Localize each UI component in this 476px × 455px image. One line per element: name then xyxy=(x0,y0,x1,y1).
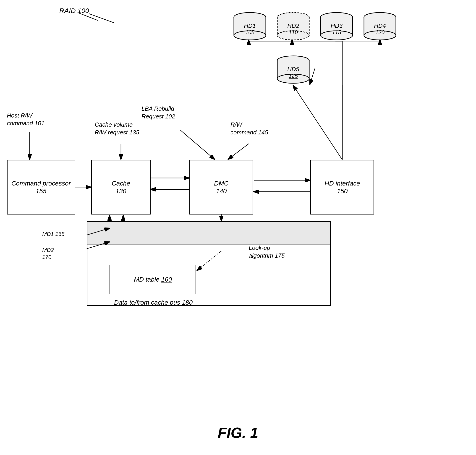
cache-label: Cache xyxy=(112,179,130,187)
hd-interface-box: HD interface 150 xyxy=(310,160,374,214)
md-table-number: 160 xyxy=(161,276,172,283)
cache-box: Cache 130 xyxy=(91,160,151,214)
svg-text:120: 120 xyxy=(375,29,385,35)
hd-interface-number: 150 xyxy=(337,187,348,195)
svg-text:HD3: HD3 xyxy=(331,22,343,29)
lba-rebuild-label: LBA RebuildRequest 102 xyxy=(141,105,187,121)
svg-line-45 xyxy=(228,144,249,159)
hd3: HD3 115 xyxy=(319,11,354,41)
svg-text:HD2: HD2 xyxy=(287,22,299,29)
md-table-label: MD table xyxy=(134,276,161,284)
svg-text:125: 125 xyxy=(289,73,298,79)
md1-label: MD1 165 xyxy=(42,230,64,237)
command-processor-box: Command processor 155 xyxy=(7,160,75,214)
bus-row-1 xyxy=(87,222,330,245)
data-bus-label: Data to/from cache bus 180 xyxy=(114,299,193,306)
dmc-number: 140 xyxy=(216,187,227,195)
svg-text:105: 105 xyxy=(245,29,255,35)
svg-line-52 xyxy=(293,86,342,160)
svg-line-40 xyxy=(89,14,114,23)
hd1: HD1 105 xyxy=(233,11,267,41)
cache-number: 130 xyxy=(116,187,126,195)
hd4: HD4 120 xyxy=(363,11,397,41)
svg-line-51 xyxy=(310,68,315,84)
dmc-label: DMC xyxy=(214,179,229,187)
svg-text:115: 115 xyxy=(332,29,341,35)
md-table-box: MD table 160 xyxy=(110,265,196,294)
rw-command-label: R/Wcommand 145 xyxy=(230,121,276,137)
svg-line-43 xyxy=(180,130,215,159)
svg-text:HD4: HD4 xyxy=(374,22,386,29)
svg-text:HD5: HD5 xyxy=(287,66,299,73)
host-rw-label: Host R/W command 101 xyxy=(7,112,48,127)
cache-volume-label: Cache volumeR/W request 135 xyxy=(95,121,145,137)
svg-text:HD1: HD1 xyxy=(244,22,256,29)
figure-title: FIG. 1 xyxy=(218,424,258,441)
hd-interface-label: HD interface xyxy=(324,179,360,187)
command-processor-number: 155 xyxy=(36,187,47,195)
svg-text:110: 110 xyxy=(289,29,298,35)
command-processor-label: Command processor xyxy=(11,179,71,187)
hd5: HD5 125 xyxy=(276,55,310,84)
hd2: HD2 110 xyxy=(276,11,310,41)
diagram: RAID 100 HD1 105 HD2 110 xyxy=(0,0,476,455)
raid-label: RAID 100 xyxy=(59,7,89,15)
lookup-label: Look-upalgorithm 175 xyxy=(249,244,301,260)
dmc-box: DMC 140 xyxy=(189,160,253,214)
md2-label: MD2170 xyxy=(42,246,54,260)
